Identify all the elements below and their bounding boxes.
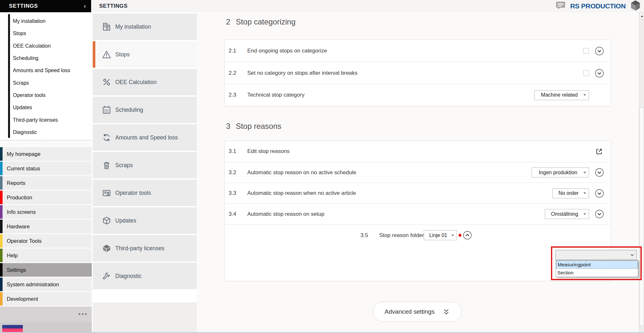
setting-row-3-2: 3.2 Automatic stop reason on no active s… xyxy=(225,162,611,183)
sidebar-item-updates[interactable]: Updates xyxy=(93,207,197,234)
row-number: 3.2 xyxy=(229,169,247,176)
primary-nav-amounts-speed-loss[interactable]: Amounts and Speed loss xyxy=(13,64,70,77)
sidebar-item-operator-tools[interactable]: Operator tools xyxy=(93,180,197,206)
package-icon xyxy=(101,215,112,226)
sidebar-item-scraps[interactable]: Scraps xyxy=(93,152,197,178)
vertical-scrollbar[interactable] xyxy=(639,12,644,333)
folder-type-select[interactable] xyxy=(555,250,637,260)
select-value: Linje 01 xyxy=(429,233,447,238)
primary-nav-scheduling[interactable]: Scheduling xyxy=(13,52,70,64)
primary-nav-panel: My installation Stops OEE Calculation Sc… xyxy=(0,12,91,140)
sidebar-item-my-installation[interactable]: My installation xyxy=(93,14,197,40)
quick-nav-development[interactable]: Development xyxy=(0,292,92,306)
primary-nav-oee-calculation[interactable]: OEE Calculation xyxy=(13,40,70,52)
row-label: End ongoing stops on categorize xyxy=(247,48,583,54)
section-heading-stop-reasons: 3 Stop reasons xyxy=(226,122,281,131)
sidebar-item-oee-calculation[interactable]: OEE Calculation xyxy=(93,69,197,95)
app-window: SETTINGS RS PRODUCTION xyxy=(0,0,644,333)
chevron-down-circle-icon[interactable] xyxy=(595,189,604,198)
scroll-up-button[interactable] xyxy=(639,13,644,19)
quick-nav-hardware[interactable]: Hardware xyxy=(0,220,92,233)
primary-nav-my-installation[interactable]: My installation xyxy=(13,15,70,27)
settings-sidebar: My installation Stops OEE Calculation xyxy=(92,12,197,333)
select-value: No order xyxy=(558,190,578,196)
chevron-down-circle-icon[interactable] xyxy=(595,168,604,177)
scrollbar-thumb[interactable] xyxy=(639,107,644,326)
advanced-settings-label: Advanced settings xyxy=(384,308,434,315)
setup-reason-select[interactable]: Omställning xyxy=(545,209,589,219)
row-number: 3.1 xyxy=(229,148,247,155)
color-strip xyxy=(0,147,3,161)
scroll-up-arrow-icon xyxy=(641,15,643,17)
page-title: SETTINGS xyxy=(99,0,128,12)
collapse-chevron-icon[interactable]: ‹ xyxy=(84,3,86,9)
trash-icon xyxy=(101,160,112,170)
window-header: SETTINGS ‹ xyxy=(0,0,91,12)
chat-icon[interactable] xyxy=(556,1,566,11)
option-measuringpoint[interactable]: Measuringpoint xyxy=(556,261,638,269)
primary-nav-operator-tools[interactable]: Operator tools xyxy=(13,89,70,101)
language-flag-icon[interactable] xyxy=(2,325,23,332)
select-value: Ingen produktion xyxy=(539,170,577,176)
double-chevron-down-icon xyxy=(442,309,450,315)
sidebar-empty-area xyxy=(93,302,197,333)
row-label: Technical stop category xyxy=(247,92,534,98)
chevron-down-circle-icon[interactable] xyxy=(595,210,604,218)
no-category-interval-breaks-checkbox[interactable] xyxy=(583,70,589,76)
section-number: 3 xyxy=(226,122,230,131)
primary-nav-third-party-licenses[interactable]: Third-party licenses xyxy=(13,114,70,126)
sidebar-item-third-party-licenses[interactable]: Third-party licenses xyxy=(93,235,197,262)
flag-bottom-half xyxy=(2,328,23,332)
quick-nav-settings[interactable]: Settings xyxy=(0,263,92,277)
brand-cube-logo-icon xyxy=(630,0,641,12)
primary-nav-scraps[interactable]: Scraps xyxy=(13,77,70,89)
primary-nav-diagnostic[interactable]: Diagnostic xyxy=(13,126,70,138)
unsaved-change-dot xyxy=(459,234,461,237)
no-active-schedule-reason-select[interactable]: Ingen produktion xyxy=(532,167,589,177)
sidebar-item-amounts-speed-loss[interactable]: Amounts and Speed loss xyxy=(93,124,197,151)
quick-nav-production[interactable]: Production xyxy=(0,191,92,204)
primary-nav-stops[interactable]: Stops xyxy=(13,27,70,40)
section-title: Stop reasons xyxy=(236,122,281,131)
quick-nav-operator-tools[interactable]: Operator Tools xyxy=(0,234,92,248)
quick-nav-reports[interactable]: Reports xyxy=(0,176,92,190)
chevron-up-circle-icon[interactable] xyxy=(463,231,472,240)
option-section[interactable]: Section xyxy=(556,269,638,277)
technical-stop-category-select[interactable]: Machine related xyxy=(534,90,589,100)
dropdown-arrow-icon xyxy=(583,94,586,96)
color-strip xyxy=(0,292,3,306)
color-strip xyxy=(0,191,3,204)
setting-row-3-1: 3.1 Edit stop reasons xyxy=(225,141,611,162)
stop-reason-folder-select[interactable]: Linje 01 xyxy=(424,230,457,240)
row-number: 3.3 xyxy=(229,190,247,196)
row-number: 3.5 xyxy=(361,232,379,239)
setting-row-3-3: 3.3 Automatic stop reason when no active… xyxy=(225,183,611,204)
wrench-icon xyxy=(101,271,112,281)
no-active-article-reason-select[interactable]: No order xyxy=(553,188,589,198)
row-label: Set no category on stops after interval … xyxy=(247,70,583,76)
advanced-settings-button[interactable]: Advanced settings xyxy=(373,302,462,322)
panel-resize-handle[interactable]: ···· xyxy=(38,141,54,144)
sidebar-item-scheduling[interactable]: Scheduling xyxy=(93,97,197,123)
quick-nav-my-homepage[interactable]: My homepage xyxy=(0,147,92,161)
primary-nav-updates[interactable]: Updates xyxy=(13,101,70,114)
quick-nav-current-status[interactable]: Current status xyxy=(0,162,92,175)
top-bar-right: RS PRODUCTION xyxy=(556,0,641,12)
chevron-down-circle-icon[interactable] xyxy=(595,47,604,55)
row-number: 2.1 xyxy=(229,48,247,54)
section-title: Stop categorizing xyxy=(236,17,295,26)
quick-nav-info-screens[interactable]: Info screens xyxy=(0,205,92,219)
primary-nav-list: My installation Stops OEE Calculation Sc… xyxy=(13,15,70,138)
section-heading-stop-categorizing: 2 Stop categorizing xyxy=(226,17,296,26)
dropdown-arrow-icon xyxy=(583,193,586,194)
end-ongoing-stops-checkbox[interactable] xyxy=(583,48,589,54)
sidebar-item-stops[interactable]: Stops xyxy=(93,41,197,68)
row-label: Automatic stop reason on setup xyxy=(247,211,545,217)
quick-nav-system-administration[interactable]: System administration xyxy=(0,278,92,291)
operator-card-icon xyxy=(101,188,112,198)
chevron-down-circle-icon[interactable] xyxy=(595,69,604,78)
external-link-icon[interactable] xyxy=(595,147,603,156)
sidebar-item-diagnostic[interactable]: Diagnostic xyxy=(93,263,197,289)
quick-nav-help[interactable]: Help xyxy=(0,249,92,262)
brand-logo-text: RS PRODUCTION xyxy=(570,2,626,10)
